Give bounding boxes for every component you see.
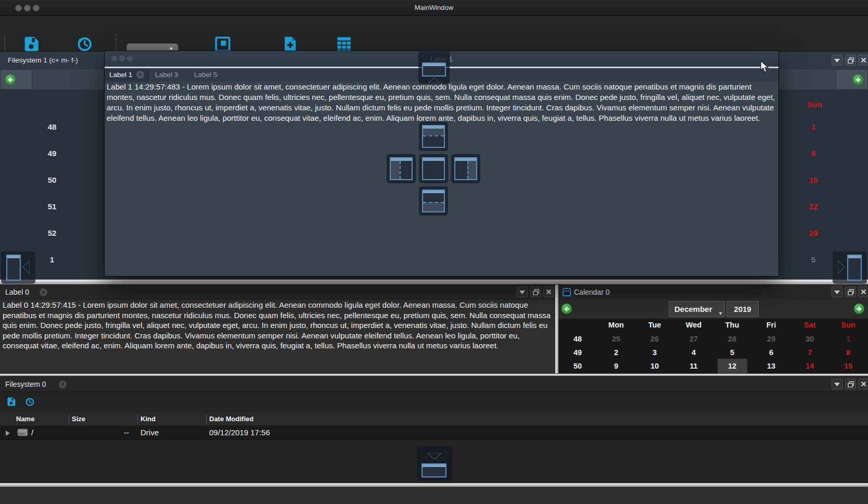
edge-right-indicator[interactable] bbox=[833, 251, 867, 284]
next-month-button[interactable] bbox=[854, 304, 864, 314]
dock-menu-button[interactable] bbox=[832, 286, 843, 297]
column-divider[interactable] bbox=[206, 414, 207, 424]
calendar1-sunday-date[interactable]: 1 bbox=[803, 122, 824, 131]
column-name[interactable]: Name bbox=[16, 415, 34, 423]
prev-month-button[interactable] bbox=[561, 304, 572, 314]
calendar1-prev-button[interactable] bbox=[0, 69, 32, 90]
calendar0-day-cell[interactable]: 4 bbox=[678, 348, 709, 357]
horizontal-splitter[interactable] bbox=[0, 279, 868, 285]
edge-top-indicator[interactable] bbox=[418, 52, 450, 84]
calendar0-day-cell[interactable]: 26 bbox=[639, 335, 670, 343]
calendar1-sunday-date[interactable]: 15 bbox=[803, 175, 824, 184]
calendar1-sunday-date[interactable]: 5 bbox=[803, 255, 824, 264]
drop-center-indicator[interactable] bbox=[419, 154, 448, 183]
calendar1-week-number: 49 bbox=[42, 149, 62, 158]
calendar1-week-number: 52 bbox=[42, 229, 62, 237]
calendar0-title: Calendar 0 bbox=[574, 288, 610, 296]
filesystem0-tab[interactable]: Filesystem 0 bbox=[5, 380, 46, 388]
calendar0-day-cell[interactable]: 1 bbox=[833, 335, 864, 343]
calendar1-next-button[interactable] bbox=[836, 69, 868, 90]
window-titlebar: MainWindow bbox=[0, 0, 868, 16]
month-dropdown[interactable]: December ▼ bbox=[669, 301, 725, 317]
calendar0-day-cell[interactable]: 9 bbox=[601, 362, 632, 370]
calendar-window-icon bbox=[563, 288, 571, 298]
label0-tab[interactable]: Label 0 bbox=[5, 288, 29, 296]
drop-right-indicator[interactable] bbox=[451, 154, 480, 183]
mouse-cursor-icon bbox=[760, 60, 770, 76]
filesystem0-tab-close-icon[interactable]: ✕ bbox=[59, 381, 67, 388]
label0-content: Label 0 14:29:57:415 - Lorem ipsum dolor… bbox=[3, 300, 552, 373]
calendar0-day-cell[interactable]: 15 bbox=[833, 362, 864, 370]
calendar0-day-cell[interactable]: 30 bbox=[794, 335, 825, 343]
calendar0-day-cell[interactable]: 7 bbox=[794, 348, 825, 357]
tab-close-icon[interactable]: ✕ bbox=[136, 71, 144, 79]
drop-bottom-indicator[interactable] bbox=[419, 186, 448, 216]
calendar0-day-cell[interactable]: 3 bbox=[639, 348, 670, 357]
dock-close-button[interactable] bbox=[858, 55, 868, 66]
calendar0-day-cell[interactable]: 5 bbox=[717, 348, 748, 357]
day-header-tue: Tue bbox=[639, 321, 670, 329]
filesystem0-toolbar bbox=[0, 392, 868, 412]
month-value: December bbox=[674, 305, 712, 313]
calendar0-day-cell[interactable]: 28 bbox=[717, 335, 748, 343]
column-size[interactable]: Size bbox=[72, 415, 85, 423]
calendar0-day-cell[interactable]: 11 bbox=[678, 362, 709, 370]
dock-close-button[interactable] bbox=[858, 286, 868, 297]
calendar0-day-cell[interactable]: 8 bbox=[833, 348, 864, 357]
edge-bottom-indicator[interactable] bbox=[417, 446, 452, 481]
edge-left-indicator[interactable] bbox=[1, 251, 35, 284]
column-date-modified[interactable]: Date Modified bbox=[209, 415, 253, 423]
calendar0-titlebar[interactable]: Calendar 0 bbox=[558, 285, 868, 299]
calendar1-sunday-date[interactable]: 8 bbox=[803, 149, 824, 158]
floating-tab-label-3[interactable]: Label 3 bbox=[150, 68, 183, 82]
floating-tab-label-1[interactable]: Label 1✕ bbox=[105, 68, 149, 82]
dock-close-button[interactable] bbox=[543, 286, 554, 297]
filesystem0-titlebar[interactable]: Filesystem 0 ✕ bbox=[0, 376, 868, 392]
calendar0-day-cell[interactable]: 12 bbox=[717, 362, 748, 370]
calendar1-sunday-date[interactable]: 29 bbox=[803, 229, 824, 237]
dock-float-button[interactable] bbox=[845, 379, 856, 389]
tab-label: Label 5 bbox=[194, 71, 217, 79]
hard-drive-icon bbox=[17, 427, 28, 439]
calendar0-day-cell[interactable]: 6 bbox=[756, 348, 787, 357]
day-header-fri: Fri bbox=[756, 321, 787, 329]
file-table-row[interactable]: / -- Drive 09/12/2019 17:56 bbox=[0, 425, 868, 440]
dock-menu-button[interactable] bbox=[832, 379, 843, 389]
filesystem1-title: Filesystem 1 (c+ m- f-) bbox=[8, 56, 78, 64]
chevron-down-icon: ▼ bbox=[718, 311, 723, 316]
day-header-mon: Mon bbox=[601, 321, 632, 329]
column-divider[interactable] bbox=[137, 414, 138, 424]
floating-tab-label-5[interactable]: Label 5 bbox=[189, 68, 222, 82]
prev-month-icon bbox=[5, 74, 16, 85]
column-kind[interactable]: Kind bbox=[141, 415, 156, 423]
disclosure-triangle-icon[interactable] bbox=[5, 429, 10, 438]
window-title: MainWindow bbox=[0, 4, 868, 11]
dock-menu-button[interactable] bbox=[832, 55, 843, 66]
drop-top-indicator[interactable] bbox=[419, 122, 448, 151]
year-value: 2019 bbox=[727, 305, 758, 313]
dock-float-button[interactable] bbox=[845, 55, 856, 66]
file-table-header[interactable]: Name Size Kind Date Modified bbox=[0, 413, 868, 425]
label0-titlebar[interactable]: Label 0 ✕ bbox=[0, 285, 555, 299]
calendar0-day-cell[interactable]: 25 bbox=[601, 335, 632, 343]
drop-left-indicator[interactable] bbox=[387, 154, 416, 183]
restore-history-icon[interactable] bbox=[24, 397, 35, 409]
calendar1-sun-header: Sun bbox=[803, 100, 826, 109]
calendar0-day-cell[interactable]: 14 bbox=[794, 362, 825, 370]
dock-float-button[interactable] bbox=[530, 286, 541, 297]
dock-float-button[interactable] bbox=[845, 286, 856, 297]
calendar0-day-cell[interactable]: 10 bbox=[639, 362, 670, 370]
calendar0-day-cell[interactable]: 2 bbox=[601, 348, 632, 357]
calendar1-sunday-date[interactable]: 22 bbox=[803, 202, 824, 211]
calendar0-day-cell[interactable]: 29 bbox=[756, 335, 787, 343]
calendar0-day-cell[interactable]: 27 bbox=[678, 335, 709, 343]
calendar1-week-number: 51 bbox=[42, 202, 62, 211]
year-spinbox[interactable]: 2019 bbox=[726, 301, 759, 317]
label0-tab-close-icon[interactable]: ✕ bbox=[40, 288, 47, 296]
dock-close-button[interactable] bbox=[858, 379, 868, 389]
save-icon[interactable] bbox=[6, 397, 16, 409]
cell-name: / bbox=[31, 428, 33, 437]
column-divider[interactable] bbox=[69, 414, 69, 424]
calendar0-day-cell[interactable]: 13 bbox=[756, 362, 787, 370]
dock-menu-button[interactable] bbox=[517, 286, 528, 297]
